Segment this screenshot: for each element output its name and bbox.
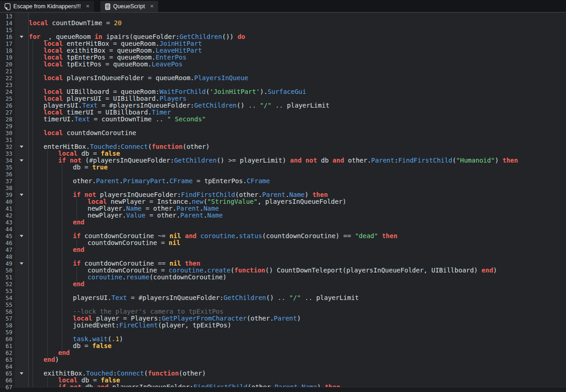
code-line[interactable]: local playersUI = UIBillboard.Players xyxy=(29,95,566,102)
fold-arrow-icon[interactable] xyxy=(15,260,28,267)
line-number: 19 xyxy=(0,54,15,61)
code-line[interactable]: playersUI.Text = #playersInQueueFolder:G… xyxy=(29,294,566,301)
fold-cell xyxy=(15,61,28,68)
code-line[interactable] xyxy=(29,329,566,336)
document-tab-bar: Escape from Kidnappers!!! ✕ QueueScript … xyxy=(0,0,566,12)
code-line[interactable]: db = false xyxy=(29,343,566,349)
fold-cell xyxy=(15,68,28,75)
indent-guide xyxy=(33,40,33,387)
fold-arrow-icon[interactable] xyxy=(15,233,28,240)
code-content[interactable]: local countDownTime = 20for _, queueRoom… xyxy=(29,13,566,387)
code-line[interactable] xyxy=(29,185,566,191)
code-line[interactable]: countdownCoroutine = coroutine.create(fu… xyxy=(29,267,566,274)
code-line[interactable]: end xyxy=(29,349,566,356)
code-line[interactable]: --lock the player's camera to tpExitPos xyxy=(29,308,566,315)
code-line[interactable] xyxy=(29,27,566,33)
horizontal-scrollbar-track[interactable] xyxy=(0,387,566,392)
code-line[interactable]: if countdownCoroutine ~= nil and corouti… xyxy=(29,233,566,240)
code-line[interactable]: newPlayer.Value = other.Parent.Name xyxy=(29,212,566,219)
code-line[interactable]: end xyxy=(29,246,566,253)
code-line[interactable]: end xyxy=(29,281,566,288)
line-number: 39 xyxy=(0,191,15,198)
code-line[interactable]: local tpEnterPos = queueRoom.EnterPos xyxy=(29,54,566,61)
code-line[interactable]: local countDownTime = 20 xyxy=(29,20,566,27)
fold-margin xyxy=(15,13,28,387)
line-number: 58 xyxy=(0,322,15,329)
code-line[interactable] xyxy=(29,226,566,233)
fold-cell xyxy=(15,253,28,260)
code-line[interactable] xyxy=(29,136,566,143)
line-number: 61 xyxy=(0,343,15,349)
code-line[interactable]: local newPlayer = Instance.new("StringVa… xyxy=(29,198,566,205)
code-line[interactable]: coroutine.resume(countdownCoroutine) xyxy=(29,274,566,281)
code-line[interactable]: if not db and playersInQueueFolder:FindF… xyxy=(29,384,566,387)
code-line[interactable]: local exithitBox = queueRoom.LeaveHitPar… xyxy=(29,47,566,54)
fold-cell xyxy=(15,308,28,315)
line-number: 48 xyxy=(0,253,15,260)
line-number: 40 xyxy=(0,198,15,205)
code-line[interactable] xyxy=(29,363,566,370)
fold-cell xyxy=(15,288,28,294)
code-line[interactable]: other.Parent.PrimaryPart.CFrame = tpEnte… xyxy=(29,178,566,185)
close-icon[interactable]: ✕ xyxy=(86,4,89,9)
code-line[interactable]: local tpExitPos = queueRoom.LeavePos xyxy=(29,61,566,68)
code-line[interactable]: local UIBillboard = queueRoom:WaitForChi… xyxy=(29,88,566,95)
fold-arrow-icon[interactable] xyxy=(15,143,28,150)
code-line[interactable] xyxy=(29,82,566,88)
line-number: 38 xyxy=(0,185,15,191)
line-number: 63 xyxy=(0,356,15,363)
line-number: 32 xyxy=(0,143,15,150)
code-line[interactable]: newPlayer.Name = other.Parent.Name xyxy=(29,205,566,212)
code-line[interactable]: db = true xyxy=(29,164,566,171)
code-line[interactable]: timerUI.Text = countDownTime .. " Second… xyxy=(29,116,566,123)
code-line[interactable]: local db = false xyxy=(29,377,566,384)
code-line[interactable]: if not (#playersInQueueFolder:GetChildre… xyxy=(29,157,566,164)
code-line[interactable]: for _, queueRoom in ipairs(queueFolder:G… xyxy=(29,33,566,40)
fold-arrow-icon[interactable] xyxy=(15,157,28,164)
code-line[interactable]: if countdownCoroutine == nil then xyxy=(29,260,566,267)
line-number: 49 xyxy=(0,260,15,267)
code-line[interactable] xyxy=(29,123,566,130)
tab-queuescript[interactable]: QueueScript ✕ xyxy=(100,1,158,12)
code-line[interactable] xyxy=(29,68,566,75)
code-line[interactable]: if not playersInQueueFolder:FindFirstChi… xyxy=(29,191,566,198)
code-line[interactable]: local countdownCoroutine xyxy=(29,130,566,136)
code-line[interactable]: end) xyxy=(29,356,566,363)
tab-escape-from-kidnappers[interactable]: Escape from Kidnappers!!! ✕ xyxy=(0,1,94,12)
code-line[interactable]: task.wait(.1) xyxy=(29,336,566,343)
code-line[interactable] xyxy=(29,301,566,308)
fold-cell xyxy=(15,240,28,246)
code-line[interactable]: playersUI.Text = #playersInQueueFolder:G… xyxy=(29,102,566,109)
line-number: 18 xyxy=(0,47,15,54)
fold-cell xyxy=(15,136,28,143)
line-number: 14 xyxy=(0,20,15,27)
code-editor[interactable]: 1314151617181920212223242526272829303132… xyxy=(0,13,566,387)
line-number: 67 xyxy=(0,384,15,391)
tab-label: QueueScript xyxy=(113,3,145,10)
code-line[interactable]: local timerUI = UIBillboard.Timer xyxy=(29,109,566,116)
code-line[interactable]: end xyxy=(29,219,566,226)
code-line[interactable]: joinedEvent:FireClient(player, tpExitPos… xyxy=(29,322,566,329)
code-line[interactable] xyxy=(29,13,566,20)
indent-guide xyxy=(62,164,62,356)
code-line[interactable]: enterHitBox.Touched:Connect(function(oth… xyxy=(29,143,566,150)
code-line[interactable] xyxy=(29,171,566,178)
line-number: 34 xyxy=(0,157,15,164)
fold-cell xyxy=(15,281,28,288)
fold-arrow-icon[interactable] xyxy=(15,33,28,40)
code-line[interactable]: countdownCoroutine = nil xyxy=(29,240,566,246)
fold-arrow-icon[interactable] xyxy=(15,370,28,377)
code-line[interactable]: local player = Players:GetPlayerFromChar… xyxy=(29,315,566,322)
fold-cell xyxy=(15,102,28,109)
fold-cell xyxy=(15,343,28,349)
line-number: 25 xyxy=(0,95,15,102)
close-icon[interactable]: ✕ xyxy=(150,4,154,9)
fold-cell xyxy=(15,164,28,171)
code-line[interactable] xyxy=(29,253,566,260)
code-line[interactable]: local enterHitBox = queueRoom.JoinHitPar… xyxy=(29,40,566,47)
fold-arrow-icon[interactable] xyxy=(15,191,28,198)
code-line[interactable]: local playersInQueueFolder = queueRoom.P… xyxy=(29,75,566,82)
code-line[interactable] xyxy=(29,288,566,294)
code-line[interactable]: local db = false xyxy=(29,150,566,157)
code-line[interactable]: exithitBox.Touched:Connect(function(othe… xyxy=(29,370,566,377)
